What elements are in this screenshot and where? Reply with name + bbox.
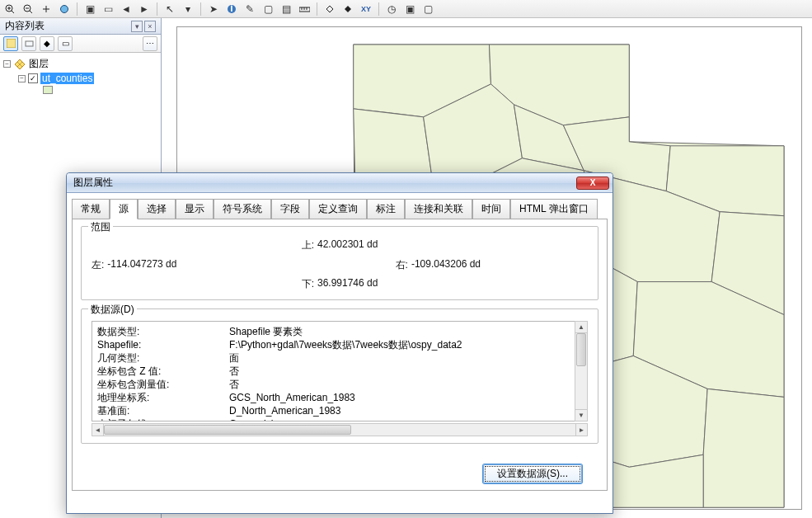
collapse-icon[interactable]: −: [3, 60, 11, 68]
datasource-value: Shapefile 要素类: [229, 325, 303, 338]
tab-source[interactable]: 源: [110, 199, 138, 219]
extent-left-label: 左:: [92, 258, 104, 272]
tab-display[interactable]: 显示: [176, 199, 214, 219]
datasource-row: Shapefile:F:\Python+gdal\7weeks数据\7weeks…: [97, 338, 582, 351]
datasource-row: 数据类型:Shapefile 要素类: [97, 325, 582, 338]
tab-symbology[interactable]: 符号系统: [214, 199, 271, 219]
symbol-swatch[interactable]: [43, 86, 53, 94]
toc-view-toolbar: ◆ ▭ ⋯: [0, 35, 161, 53]
pan-icon[interactable]: [39, 2, 54, 16]
collapse-icon[interactable]: −: [18, 75, 26, 82]
edit-icon[interactable]: ✎: [242, 2, 257, 16]
scroll-up-icon[interactable]: ▲: [575, 322, 587, 333]
select-dropdown-icon[interactable]: ▾: [181, 2, 195, 16]
dialog-tabs: 常规 源 选择 显示 符号系统 字段 定义查询 标注 连接和关联 时间 HTML…: [67, 193, 613, 219]
tab-body: 范围 上:42.002301 dd 左:-114.047273 dd 右:-10…: [72, 219, 608, 491]
full-extent-icon[interactable]: [57, 2, 72, 16]
datasource-scrollbar-h[interactable]: ◄ ►: [92, 423, 588, 436]
find-icon[interactable]: [322, 2, 337, 16]
options-icon[interactable]: ⋯: [143, 36, 157, 51]
datasource-key: 坐标包含 Z 值:: [97, 365, 229, 378]
datasource-value: 否: [229, 365, 239, 378]
viewer-icon[interactable]: ▣: [402, 2, 417, 16]
list-by-source-icon[interactable]: [21, 36, 36, 51]
datasource-value: 面: [229, 351, 239, 365]
scroll-thumb-v[interactable]: [576, 333, 586, 366]
toolbar-separator: [378, 2, 379, 16]
scroll-right-icon[interactable]: ►: [575, 424, 587, 436]
extent-group: 范围 上:42.002301 dd 左:-114.047273 dd 右:-10…: [81, 226, 598, 300]
xy-icon[interactable]: XY: [359, 2, 373, 16]
datasource-key: 本初子午线:: [97, 417, 229, 421]
prev-extent-icon[interactable]: ◄: [119, 2, 134, 16]
html-popup-icon[interactable]: ▤: [279, 2, 293, 16]
tree-symbol-row[interactable]: [3, 85, 157, 95]
datasource-key: 数据类型:: [97, 325, 229, 338]
datasource-key: Shapefile:: [97, 338, 229, 351]
identify-icon[interactable]: i: [224, 2, 239, 16]
scroll-down-icon[interactable]: ▼: [575, 409, 587, 421]
datasource-row: 坐标包含 Z 值:否: [97, 365, 582, 378]
select-arrow-icon[interactable]: ↖: [162, 2, 177, 16]
tab-joins[interactable]: 连接和关联: [405, 199, 472, 219]
datasource-row: 基准面:D_North_American_1983: [97, 404, 582, 417]
dialog-titlebar[interactable]: 图层属性 X: [67, 173, 613, 193]
time-icon[interactable]: ◷: [384, 2, 399, 16]
toolbar-separator: [77, 2, 77, 16]
scroll-left-icon[interactable]: ◄: [92, 424, 104, 436]
datasource-scrollbar-v[interactable]: ▲ ▼: [575, 321, 588, 421]
find2-icon[interactable]: [340, 2, 355, 16]
svg-rect-15: [26, 41, 33, 46]
zoom-in-icon[interactable]: [2, 2, 17, 16]
layer-visibility-checkbox[interactable]: ✓: [28, 73, 38, 83]
window-icon[interactable]: ▢: [420, 2, 435, 16]
scroll-thumb-h[interactable]: [104, 425, 351, 435]
dataframe-icon: [13, 58, 26, 71]
toolbar-separator: [157, 2, 157, 16]
zoom-out-icon[interactable]: [21, 2, 35, 16]
svg-point-7: [61, 5, 68, 12]
datasource-value: F:\Python+gdal\7weeks数据\7weeks数据\ospy_da…: [229, 338, 462, 351]
datasource-row: 几何类型:面: [97, 351, 582, 365]
tab-html-popup[interactable]: HTML 弹出窗口: [510, 199, 598, 219]
datasource-key: 坐标包含测量值:: [97, 378, 229, 391]
next-extent-icon[interactable]: ►: [137, 2, 152, 16]
list-by-drawing-icon[interactable]: [3, 36, 18, 51]
dialog-title: 图层属性: [70, 176, 113, 190]
tree-layer-row[interactable]: − ✓ ut_counties: [3, 72, 157, 85]
tab-definition-query[interactable]: 定义查询: [309, 199, 367, 219]
layer-name-label[interactable]: ut_counties: [40, 73, 94, 84]
measure-icon[interactable]: [297, 2, 312, 16]
close-panel-icon[interactable]: ×: [144, 21, 156, 32]
datasource-value: D_North_American_1983: [229, 404, 340, 417]
datasource-box: 数据类型:Shapefile 要素类Shapefile:F:\Python+gd…: [92, 321, 588, 436]
datasource-group: 数据源(D) 数据类型:Shapefile 要素类Shapefile:F:\Py…: [81, 308, 598, 444]
datasource-value: 否: [229, 378, 239, 391]
datasource-text[interactable]: 数据类型:Shapefile 要素类Shapefile:F:\Python+gd…: [92, 321, 588, 421]
datasource-value: GCS_North_American_1983: [229, 391, 355, 404]
tab-labels[interactable]: 标注: [367, 199, 405, 219]
pointer-icon[interactable]: ➤: [206, 2, 221, 16]
tab-general[interactable]: 常规: [72, 199, 110, 219]
extent-bottom-label: 下:: [302, 277, 314, 291]
pin-icon[interactable]: ▾: [131, 21, 143, 32]
tab-fields[interactable]: 字段: [271, 199, 309, 219]
list-by-selection-icon[interactable]: ▭: [58, 36, 73, 51]
svg-rect-14: [7, 39, 16, 48]
datasource-key: 地理坐标系:: [97, 391, 229, 404]
tab-time[interactable]: 时间: [472, 199, 510, 219]
datasource-row: 坐标包含测量值:否: [97, 378, 582, 391]
list-by-visibility-icon[interactable]: ◆: [40, 36, 54, 51]
datasource-row: 本初子午线:Greenwich: [97, 417, 582, 421]
extent-bottom-value: 36.991746 dd: [317, 277, 378, 291]
clear-icon[interactable]: ▢: [260, 2, 275, 16]
tab-selection[interactable]: 选择: [138, 199, 176, 219]
tree-root-row[interactable]: − 图层: [3, 56, 157, 72]
fixed-zoom-out-icon[interactable]: ▭: [101, 2, 115, 16]
toc-panel-titlebar: 内容列表 ▾ ×: [0, 18, 161, 35]
extent-top-label: 上:: [302, 238, 314, 252]
fixed-zoom-in-icon[interactable]: ▣: [82, 2, 97, 16]
set-datasource-button[interactable]: 设置数据源(S)...: [483, 464, 582, 483]
dataframe-label: 图层: [29, 57, 49, 71]
dialog-close-button[interactable]: X: [576, 177, 609, 190]
